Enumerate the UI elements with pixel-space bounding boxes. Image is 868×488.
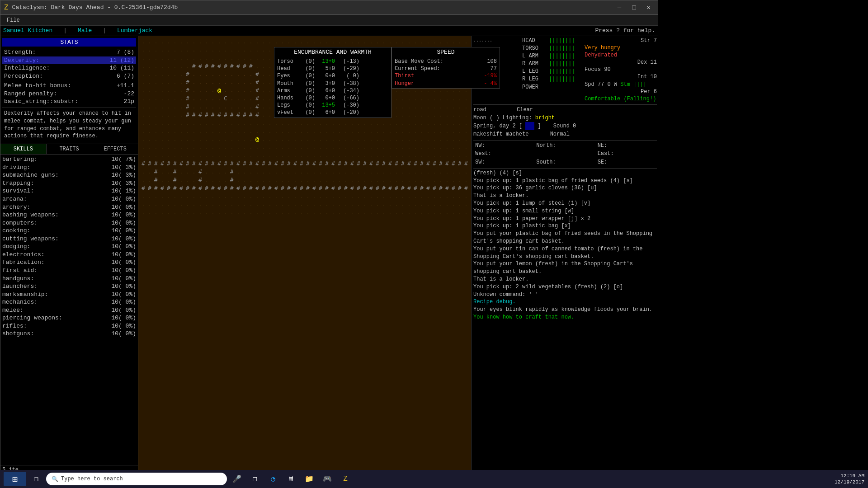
speed-panel: SPEED Base Move Cost: 108 Current Speed:…	[392, 47, 500, 89]
map-cell: .	[235, 119, 241, 127]
map-cell: .	[248, 176, 254, 184]
skill-val: 10( 0%)	[111, 267, 136, 275]
map-cell: .	[216, 46, 222, 54]
bp-name: L ARM	[522, 52, 547, 60]
map-cell: .	[273, 119, 279, 127]
map-cell: #	[191, 62, 197, 70]
tab-skills[interactable]: SKILLS	[0, 144, 47, 154]
map-cell: .	[298, 119, 305, 127]
map-cell: .	[241, 38, 248, 46]
map-cell: #	[184, 111, 191, 119]
map-row: ........................................…	[140, 201, 469, 209]
map-cell: .	[343, 192, 349, 201]
map-cell: .	[178, 103, 184, 111]
close-button[interactable]: ✕	[643, 3, 654, 12]
map-cell: .	[431, 136, 438, 144]
compass: NW: North: NE: West: East: SW: South: SE…	[473, 141, 657, 169]
map-cell: .	[172, 95, 178, 103]
search-bar[interactable]: 🔍 Type here to search	[46, 473, 227, 485]
map-cell: .	[165, 111, 172, 119]
map-cell: .	[368, 136, 374, 144]
map-cell: .	[229, 46, 235, 54]
map-cell: .	[419, 95, 425, 103]
map-cell: .	[191, 54, 197, 62]
map-cell: #	[279, 184, 286, 192]
map-cell: .	[165, 168, 172, 176]
map-cell: .	[374, 38, 381, 46]
map-cell: .	[140, 87, 146, 95]
map-cell: .	[248, 144, 254, 152]
map-cell: .	[438, 111, 444, 119]
map-cell: .	[273, 209, 279, 217]
map-cell: .	[431, 38, 438, 46]
bp-name: POWER	[522, 84, 547, 91]
minimize-button[interactable]: —	[614, 3, 625, 12]
map-cell: .	[140, 136, 146, 144]
map-cell: .	[393, 201, 400, 209]
maximize-button[interactable]: □	[628, 3, 639, 12]
map-cell: .	[197, 54, 203, 62]
map-cell: #	[355, 184, 362, 192]
enc-val: (0)	[302, 80, 315, 87]
map-cell: .	[197, 201, 203, 209]
start-button[interactable]: ⊞	[4, 472, 26, 486]
edge-button[interactable]: ◔	[265, 472, 281, 486]
map-cell: .	[172, 54, 178, 62]
map-cell: .	[292, 144, 298, 152]
task-view-button[interactable]: ❒	[247, 472, 263, 486]
log-entry: That is a locker.	[473, 276, 657, 283]
map-cell: .	[248, 136, 254, 144]
map-cell: .	[229, 70, 235, 79]
map-cell: .	[355, 119, 362, 127]
intelligence-row: Intelligence: 10 (11)	[2, 64, 136, 72]
map-cell: .	[279, 201, 286, 209]
map-cell: .	[153, 192, 159, 201]
map-cell: .	[330, 119, 336, 127]
game1-button[interactable]: 🎮	[319, 472, 335, 486]
folder-button[interactable]: 📁	[301, 472, 317, 486]
map-cell: #	[254, 111, 260, 119]
task-view-btn[interactable]: ❐	[28, 472, 44, 486]
map-cell: .	[381, 168, 387, 176]
body-part-row: R ARM||||||||	[522, 60, 581, 67]
map-cell: #	[362, 160, 368, 168]
map-cell: .	[210, 87, 216, 95]
map-cell: .	[260, 127, 267, 136]
map-cell: .	[330, 168, 336, 176]
map-cell: .	[229, 144, 235, 152]
map-cell: .	[203, 152, 210, 160]
map-cell: .	[159, 127, 165, 136]
map-cell: .	[216, 168, 222, 176]
map-cell: .	[444, 119, 450, 127]
map-row: ..#..#...#....#.........................…	[140, 168, 469, 176]
map-cell: .	[343, 38, 349, 46]
melee-bonus-label: Melee to-hit bonus:	[4, 82, 71, 90]
bp-name: HEAD	[522, 37, 547, 44]
tab-effects[interactable]: EFFECTS	[92, 144, 138, 154]
tab-traits[interactable]: TRAITS	[47, 144, 93, 154]
map-row: ........................................…	[140, 209, 469, 217]
map-cell: .	[222, 152, 229, 160]
map-cell: .	[406, 127, 412, 136]
calc-button[interactable]: 🖩	[283, 472, 299, 486]
map-cell: #	[267, 184, 273, 192]
map-cell: .	[279, 119, 286, 127]
encumbrance-panel: ENCUMBRANCE AND WARMTH Torso(0)13+0(-13)…	[274, 47, 392, 118]
skill-name: cooking:	[2, 227, 30, 235]
map-cell: .	[412, 119, 419, 127]
map-cell: #	[457, 160, 463, 168]
map-cell: .	[355, 168, 362, 176]
map-cell: .	[153, 144, 159, 152]
map-cell: .	[330, 38, 336, 46]
map-cell: .	[248, 87, 254, 95]
map-cell: #	[216, 111, 222, 119]
game2-button[interactable]: Z	[337, 472, 354, 486]
map-cell: .	[191, 119, 197, 127]
menu-file[interactable]: File	[2, 16, 24, 24]
map-cell: .	[153, 70, 159, 79]
map-cell: .	[425, 119, 431, 127]
map-cell: .	[184, 62, 191, 70]
map-cell: .	[159, 176, 165, 184]
mic-button[interactable]: 🎤	[229, 472, 245, 486]
map-cell: .	[419, 209, 425, 217]
